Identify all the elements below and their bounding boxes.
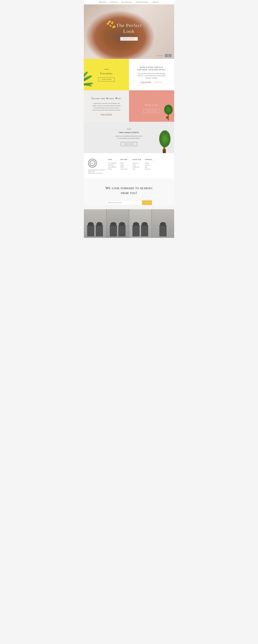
aveda-way-title: Learn the Aveda Way: [92, 97, 121, 100]
footer-jobs[interactable]: Jobs: [145, 166, 155, 168]
skin-care-title: Skin Care: [145, 104, 158, 106]
book-online-button[interactable]: Book Online: [120, 37, 138, 41]
footer-pricing[interactable]: Pricing: [120, 166, 131, 168]
salon-photo-4: [152, 209, 174, 238]
footer-heritage[interactable]: Heritage: [145, 162, 155, 164]
footer-contact-us[interactable]: Contact Us: [145, 168, 155, 170]
coloring-learn-more-button[interactable]: Learn More: [98, 78, 115, 82]
navigation: Services Specials Testimonials Photo Gal…: [84, 0, 174, 4]
events-text: Explore our free experiential events and…: [115, 135, 143, 140]
contact-section: We look forward to hearingfrom you! JoIN: [84, 178, 174, 205]
dot-2[interactable]: [158, 55, 159, 56]
salon-photo-1: [84, 209, 106, 238]
events-title: Free Aveda Events: [88, 132, 170, 134]
free-service-cell: Book a Free ServiceFor Hair, Skin and Sp…: [129, 59, 174, 90]
footer-lower-manhattan[interactable]: Lower Manhattan: [108, 162, 118, 164]
footer-logo: ✂: [88, 159, 97, 168]
palm-decor: [84, 72, 95, 90]
footer-gallery[interactable]: Gallery: [120, 164, 131, 166]
grid-section: Coloring Learn More Book a Free ServiceF…: [84, 59, 174, 122]
skin-care-learn-more-button[interactable]: Learn More: [143, 109, 160, 113]
footer-lower-east-side[interactable]: Lower East Side: [108, 166, 118, 168]
footer-address: Street address: 441 Mount Eden Road, Mou…: [88, 169, 105, 174]
prev-arrow[interactable]: ‹: [165, 54, 168, 57]
dot-1[interactable]: [156, 55, 157, 56]
footer-links: Shop Lower Manhattan East Village Lower …: [108, 159, 170, 174]
free-service-buttons: Find a Store Book Now: [141, 82, 162, 83]
salon-photo-2: [106, 209, 129, 238]
nav-photo-gallery[interactable]: Photo Gallery: [136, 2, 148, 3]
free-service-text: Give yourself some love at an Aveda reta…: [137, 72, 166, 79]
dot-3[interactable]: [160, 55, 161, 56]
plant-decor: [163, 102, 174, 122]
nav-contact[interactable]: Contact: [152, 2, 159, 3]
events-section: Free Aveda Events Explore our free exper…: [84, 122, 174, 153]
footer-product-care[interactable]: Product Care: [133, 166, 143, 168]
footer-faqs[interactable]: FAQs: [133, 168, 143, 170]
footer-shop-heading: Shop: [108, 159, 118, 161]
aveda-way-text: Students learn innovative new techniques…: [92, 102, 121, 111]
salon-photo-3: [129, 209, 152, 238]
find-store-link[interactable]: Find a Store: [141, 82, 151, 83]
dot-4[interactable]: [162, 55, 163, 56]
join-button[interactable]: JoIN: [142, 200, 152, 205]
aveda-way-cell: Learn the Aveda Way Students learn innov…: [84, 90, 129, 122]
footer-company-heading: Company: [145, 159, 155, 161]
footer-know-how-heading: Know How: [133, 159, 143, 161]
footer-midtown[interactable]: Midtown: [108, 168, 118, 170]
find-school-link[interactable]: Find a School: [101, 114, 112, 115]
nav-testimonials[interactable]: Testimonials: [121, 2, 132, 3]
contact-title: We look forward to hearingfrom you!: [88, 186, 170, 195]
tree-decor: [158, 124, 171, 153]
skin-care-divider: [150, 100, 154, 101]
footer-know-how-column: Know How Style & Care Trends Product Car…: [133, 159, 143, 174]
hero-title: The PerfectLook: [116, 22, 142, 34]
nav-services[interactable]: Services: [99, 2, 106, 3]
hero-content: The PerfectLook Book Online: [116, 22, 142, 41]
footer-east-village[interactable]: East Village: [108, 164, 118, 166]
free-service-title: Book a Free ServiceFor Hair, Skin and Sp…: [137, 66, 166, 71]
hero-section: The PerfectLook Book Online ‹ ›: [84, 4, 174, 59]
skin-care-cell: Skin Care Learn More: [129, 90, 174, 122]
hero-arrows: ‹ ›: [165, 54, 172, 57]
footer-style-care[interactable]: Style & Care: [133, 162, 143, 164]
footer-explore-column: Explore Models Gallery Pricing Meet the …: [120, 159, 131, 174]
footer: ✂ Street address: 441 Mount Eden Road, M…: [84, 153, 174, 178]
salon-photo-strip: [84, 209, 174, 238]
footer-models[interactable]: Models: [120, 162, 131, 164]
footer-logo-column: ✂ Street address: 441 Mount Eden Road, M…: [88, 159, 105, 174]
nav-specials[interactable]: Specials: [110, 2, 117, 3]
footer-meet-the-team[interactable]: Meet the Team: [120, 168, 131, 170]
footer-company-column: Company Heritage Our Story Jobs Contact …: [145, 159, 155, 174]
events-divider: [127, 129, 131, 129]
footer-trends[interactable]: Trends: [133, 164, 143, 166]
footer-our-story[interactable]: Our Story: [145, 164, 155, 166]
book-now-link[interactable]: Book Now: [154, 82, 162, 83]
coloring-title: Coloring: [100, 72, 113, 75]
email-form: JoIN: [106, 200, 152, 205]
email-input[interactable]: [106, 200, 142, 205]
svg-text:✂: ✂: [92, 162, 93, 164]
coloring-divider: [104, 69, 109, 70]
footer-shop-column: Shop Lower Manhattan East Village Lower …: [108, 159, 118, 174]
events-learn-more-button[interactable]: Learn More: [121, 142, 137, 146]
next-arrow[interactable]: ›: [168, 54, 172, 57]
hero-dots: [156, 55, 163, 56]
footer-explore-heading: Explore: [120, 159, 131, 161]
coloring-cell: Coloring Learn More: [84, 59, 129, 90]
